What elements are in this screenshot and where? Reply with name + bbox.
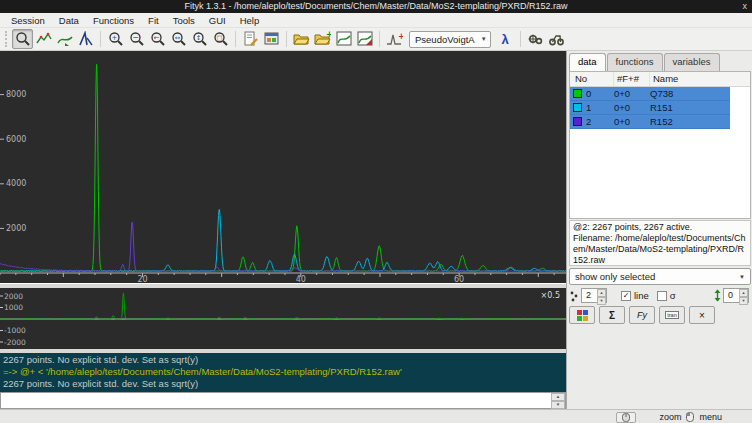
- delete-dataset-button[interactable]: ×: [689, 306, 715, 324]
- dataset-table: No #F+# Name 00+0Q73810+0R15120+0R152: [569, 71, 751, 219]
- zoom-vertical-button[interactable]: ↕: [189, 29, 210, 49]
- shift-spinner[interactable]: 0 ▲▼: [723, 288, 749, 303]
- output-console[interactable]: 2267 points. No explicit std. dev. Set a…: [0, 353, 566, 392]
- peak-icon: [78, 31, 94, 47]
- zoom-prev-button[interactable]: ←: [147, 29, 168, 49]
- dataset-color-swatch[interactable]: [573, 103, 582, 112]
- table-row[interactable]: 20+0R152: [570, 115, 730, 129]
- dataset-color-swatch[interactable]: [573, 89, 582, 98]
- open-folder-icon: [293, 31, 310, 47]
- magnifier-icon: [15, 31, 31, 47]
- svg-text:1000: 1000: [4, 303, 23, 312]
- open-data-append-button[interactable]: +: [312, 29, 333, 49]
- magnifier-plus-icon: +: [108, 31, 124, 47]
- script-page-icon: [243, 31, 259, 47]
- zoom-horizontal-button[interactable]: ↔: [168, 29, 189, 49]
- gui-settings-button[interactable]: [261, 29, 282, 49]
- point-size-spinner[interactable]: 2 ▲▼: [581, 288, 607, 303]
- console-line-input: =-> @+ < '/home/aleplo/test/Documents/Ch…: [3, 366, 566, 378]
- function-type-select[interactable]: PseudoVoigtA ▼: [409, 31, 491, 48]
- baseline-mode-button[interactable]: [54, 29, 75, 49]
- line-checkbox[interactable]: ✓: [621, 291, 631, 301]
- toolbar-separator: [379, 31, 380, 47]
- col-no[interactable]: No: [570, 72, 614, 86]
- colors-button[interactable]: [569, 306, 595, 324]
- magnifier-auto-icon: □: [213, 31, 229, 47]
- fit-options-button[interactable]: [546, 29, 567, 49]
- dataset-actions: Σ Fy tran ×: [569, 306, 751, 325]
- auto-add-peak-button[interactable]: +: [384, 29, 405, 49]
- edit-script-button[interactable]: [240, 29, 261, 49]
- toolbar-separator: [100, 31, 101, 47]
- toolbar-drag-handle[interactable]: [5, 31, 9, 47]
- point-size-value: 2: [586, 290, 591, 300]
- mouse-config-button[interactable]: [616, 412, 636, 423]
- svg-text:↔: ↔: [174, 34, 180, 42]
- dataset-table-header: No #F+# Name: [570, 72, 750, 87]
- menu-tools[interactable]: Tools: [166, 15, 202, 26]
- command-input[interactable]: [1, 393, 551, 408]
- zoom-in-button[interactable]: +: [105, 29, 126, 49]
- svg-text:-2000: -2000: [4, 338, 26, 347]
- command-history-spinner[interactable]: ▲ ▼: [551, 393, 565, 408]
- menu-fit[interactable]: Fit: [141, 15, 166, 26]
- check-icon: ✓: [623, 291, 630, 300]
- menu-session[interactable]: Session: [4, 15, 52, 26]
- export-functions-button[interactable]: [354, 29, 375, 49]
- svg-text:↕: ↕: [195, 34, 200, 42]
- function-type-value: PseudoVoigtA: [415, 34, 475, 45]
- data-range-mode-button[interactable]: [33, 29, 54, 49]
- spin-down-icon[interactable]: ▼: [597, 297, 606, 305]
- mouse-hints: zoom menu: [616, 410, 722, 423]
- table-row[interactable]: 10+0R151: [570, 101, 730, 115]
- add-peak-button[interactable]: λ: [495, 29, 516, 49]
- open-data-button[interactable]: [291, 29, 312, 49]
- main-plot-canvas[interactable]: 2040602000400060008000: [0, 51, 566, 283]
- close-button[interactable]: x: [743, 0, 748, 13]
- export-image-button[interactable]: [333, 29, 354, 49]
- sigma-checkbox[interactable]: [657, 291, 667, 301]
- sigma-sum-icon: Σ: [609, 310, 615, 321]
- menu-functions[interactable]: Functions: [86, 15, 141, 26]
- table-row[interactable]: 00+0Q738: [570, 87, 730, 101]
- plot-column: 2040602000400060008000 20001000-1000-200…: [0, 51, 566, 409]
- menu-data[interactable]: Data: [52, 15, 86, 26]
- auxiliary-plot-canvas[interactable]: 20001000-1000-2000×0.5: [0, 288, 566, 349]
- dataset-no: 2: [586, 116, 614, 127]
- palette-icon: [577, 310, 588, 321]
- show-filter-select[interactable]: show only selected ▼: [569, 268, 751, 285]
- menu-gui[interactable]: GUI: [202, 15, 233, 26]
- plot-frame-icon: [336, 31, 352, 47]
- magnifier-minus-icon: −: [129, 31, 145, 47]
- transform-data-button[interactable]: tran: [659, 306, 685, 324]
- svg-text:-1000: -1000: [4, 326, 26, 335]
- tab-functions[interactable]: functions: [607, 53, 663, 71]
- sum-datasets-button[interactable]: Σ: [599, 306, 625, 324]
- col-name[interactable]: Name: [650, 72, 750, 86]
- zoom-auto-button[interactable]: □: [210, 29, 231, 49]
- svg-text:□: □: [216, 34, 222, 42]
- spin-up-icon[interactable]: ▲: [551, 393, 565, 401]
- zoom-out-button[interactable]: −: [126, 29, 147, 49]
- spin-up-icon[interactable]: ▲: [739, 289, 748, 297]
- window-settings-icon: [264, 31, 280, 47]
- copy-function-button[interactable]: Fy: [629, 306, 655, 324]
- info-filename: Filename: /home/aleplo/test/Documents/Ch…: [573, 233, 747, 266]
- menu-help[interactable]: Help: [233, 15, 267, 26]
- spin-up-icon[interactable]: ▲: [597, 289, 606, 297]
- console-line-output: 2267 points. No explicit std. dev. Set a…: [3, 354, 566, 366]
- tab-data[interactable]: data: [569, 53, 606, 71]
- svg-text:←: ←: [153, 34, 159, 42]
- fit-run-button[interactable]: [525, 29, 546, 49]
- tab-variables[interactable]: variables: [664, 53, 720, 71]
- spin-down-icon[interactable]: ▼: [551, 401, 565, 409]
- dataset-color-swatch[interactable]: [573, 117, 582, 126]
- chevron-down-icon: ▼: [739, 274, 745, 280]
- zoom-mode-button[interactable]: [12, 29, 33, 49]
- spin-down-icon[interactable]: ▼: [739, 297, 748, 305]
- fit-runner-icon: [548, 31, 565, 47]
- magnifier-back-icon: ←: [150, 31, 166, 47]
- lambda-icon: λ: [502, 33, 509, 46]
- col-functions[interactable]: #F+#: [614, 72, 650, 86]
- peak-draft-mode-button[interactable]: [75, 29, 96, 49]
